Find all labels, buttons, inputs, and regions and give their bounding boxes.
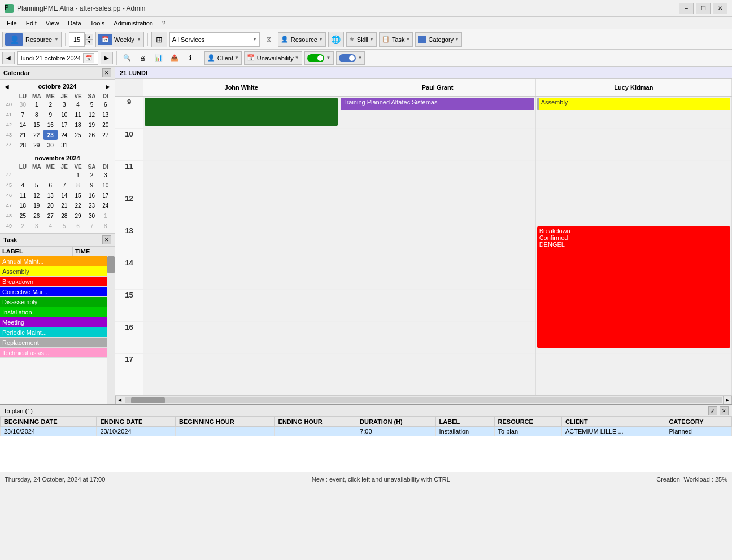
filter-icon[interactable]: ⧖: [262, 33, 276, 46]
task-list-item[interactable]: Annual Maint...: [0, 256, 107, 266]
bottom-panel-float[interactable]: ⤢: [708, 406, 717, 415]
calendar-panel-close[interactable]: ✕: [102, 68, 111, 77]
cal-day-nov[interactable]: 7: [58, 180, 71, 190]
grid-cell[interactable]: [339, 290, 535, 322]
cal-day-nov[interactable]: 6: [71, 221, 85, 231]
task-list-item[interactable]: Installation: [0, 307, 107, 317]
task-scrollbar[interactable]: [107, 256, 115, 404]
menu-file[interactable]: File: [2, 19, 21, 28]
cal-day-nov[interactable]: 9: [85, 180, 98, 190]
grid-cell[interactable]: [143, 290, 339, 322]
category-dropdown[interactable]: Category ▼: [415, 32, 462, 47]
cal-day-nov[interactable]: 7: [85, 221, 98, 231]
grid-cell[interactable]: [339, 354, 535, 386]
menu-edit[interactable]: Edit: [21, 19, 41, 28]
cal-day[interactable]: 22: [30, 130, 44, 140]
cal-day-nov[interactable]: 1: [99, 211, 112, 221]
close-button[interactable]: ✕: [713, 3, 727, 14]
cal-day-nov[interactable]: 5: [58, 221, 71, 231]
grid-cell[interactable]: [143, 161, 339, 193]
cal-day[interactable]: 21: [16, 130, 29, 140]
unavailability-dropdown[interactable]: 📅 Unavailability ▼: [244, 51, 302, 65]
menu-view[interactable]: View: [41, 19, 64, 28]
cal-day-nov[interactable]: 24: [99, 200, 112, 211]
cal-day-nov[interactable]: 3: [99, 170, 112, 180]
maximize-button[interactable]: ☐: [696, 3, 711, 14]
services-dropdown[interactable]: All Services ▼: [169, 32, 260, 47]
cal-day-nov[interactable]: [16, 170, 29, 180]
cal-day-nov[interactable]: 28: [58, 211, 71, 221]
calendar-event[interactable]: [145, 98, 338, 126]
minimize-button[interactable]: –: [679, 3, 694, 14]
export2-button[interactable]: 📤: [168, 51, 181, 65]
cal-day[interactable]: 25: [71, 130, 85, 140]
grid-cell[interactable]: [143, 257, 339, 290]
view-type-button[interactable]: ⊞: [151, 32, 167, 47]
task-list-item[interactable]: Meeting: [0, 317, 107, 327]
cal-day-nov[interactable]: 8: [99, 221, 112, 231]
calendar-event[interactable]: Assembly: [537, 98, 730, 110]
cal-day-nov[interactable]: 20: [43, 200, 57, 211]
task-list-item[interactable]: Replacement: [0, 338, 107, 348]
cal-day-nov[interactable]: 17: [99, 190, 112, 200]
weekly-button[interactable]: 📅 Weekly ▼: [95, 32, 144, 47]
cal-day[interactable]: 17: [58, 120, 71, 130]
cal-day[interactable]: 27: [99, 130, 112, 140]
cal-day[interactable]: 18: [71, 120, 85, 130]
cal-day-nov[interactable]: [58, 170, 71, 180]
grid-cell[interactable]: [143, 322, 339, 354]
grid-cell[interactable]: [143, 225, 339, 257]
cal-day-nov[interactable]: 15: [71, 190, 85, 200]
cal-day[interactable]: 31: [58, 140, 71, 150]
print-button[interactable]: 🖨: [136, 51, 150, 65]
cal-day-nov[interactable]: 30: [85, 211, 98, 221]
grid-cell[interactable]: [536, 193, 731, 225]
cal-day-nov[interactable]: 11: [16, 190, 29, 200]
search-button[interactable]: 🔍: [120, 51, 134, 65]
cal-day[interactable]: 8: [30, 110, 44, 120]
task-list-item[interactable]: Disassembly: [0, 297, 107, 307]
client-dropdown[interactable]: 👤 Client ▼: [204, 51, 242, 65]
cal-day[interactable]: 12: [85, 110, 98, 120]
toggle-blue[interactable]: ▼: [336, 51, 365, 65]
cal-prev-btn[interactable]: ◀: [2, 82, 11, 91]
cal-day[interactable]: [71, 140, 85, 150]
cal-day[interactable]: 6: [99, 99, 112, 110]
cal-day-nov[interactable]: 23: [85, 200, 98, 211]
menu-help[interactable]: ?: [158, 19, 170, 28]
cal-day[interactable]: 19: [85, 120, 98, 130]
grid-cell[interactable]: [143, 193, 339, 225]
cal-day[interactable]: 9: [43, 110, 57, 120]
cal-day-nov[interactable]: 13: [43, 190, 57, 200]
cal-day[interactable]: 5: [85, 99, 98, 110]
cal-day-nov[interactable]: 2: [16, 221, 29, 231]
task-list-item[interactable]: Periodic Maint...: [0, 327, 107, 338]
grid-cell[interactable]: [339, 161, 535, 193]
cal-day-nov[interactable]: 4: [43, 221, 57, 231]
cal-day[interactable]: 24: [58, 130, 71, 140]
cal-day[interactable]: 14: [16, 120, 29, 130]
spinner-down[interactable]: ▼: [85, 40, 93, 45]
task-list-item[interactable]: Assembly: [0, 266, 107, 277]
cal-day-nov[interactable]: 3: [30, 221, 44, 231]
grid-cell[interactable]: [536, 129, 731, 161]
cal-day[interactable]: 23: [43, 130, 57, 140]
cal-day-nov[interactable]: 26: [30, 211, 44, 221]
cal-day[interactable]: 30: [43, 140, 57, 150]
nav-next[interactable]: ▶: [101, 52, 113, 64]
cal-day-nov[interactable]: 2: [85, 170, 98, 180]
resource-dropdown[interactable]: 👤 Resource ▼: [278, 32, 326, 47]
skill-dropdown[interactable]: ★ Skill ▼: [346, 32, 377, 47]
cal-day-nov[interactable]: 19: [30, 200, 44, 211]
task-list-item[interactable]: Breakdown: [0, 277, 107, 287]
cal-day[interactable]: 7: [16, 110, 29, 120]
cal-day[interactable]: 20: [99, 120, 112, 130]
task-list-item[interactable]: Technical assis...: [0, 348, 107, 358]
cal-day-nov[interactable]: 25: [16, 211, 29, 221]
cal-day-nov[interactable]: 5: [30, 180, 44, 190]
task-panel-close[interactable]: ✕: [102, 235, 111, 244]
cal-day-nov[interactable]: 10: [99, 180, 112, 190]
hscroll-left[interactable]: ◀: [115, 396, 124, 405]
grid-cell[interactable]: [536, 161, 731, 193]
spinner-value[interactable]: 15: [69, 32, 85, 47]
